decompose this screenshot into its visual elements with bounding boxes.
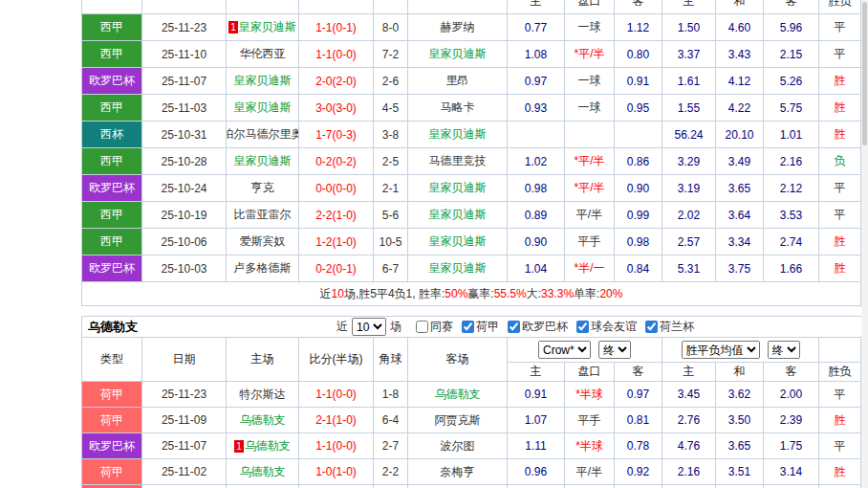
euro-away-odds: 3.14 xyxy=(764,459,819,485)
away-team-cell[interactable]: 皇家贝迪斯 xyxy=(408,175,508,202)
home-team-cell[interactable]: 皇家贝迪斯 xyxy=(227,148,299,175)
away-team-name: 阿贾克斯 xyxy=(435,412,481,429)
filter-option[interactable]: 球会友谊 xyxy=(576,319,637,335)
corner-cell: 6-4 xyxy=(374,408,408,433)
summary-segment: 55.5% xyxy=(494,287,527,300)
league-label: 欧罗巴杯 xyxy=(89,73,135,89)
score-cell[interactable]: 1-1(0-0) xyxy=(299,433,374,459)
filter-option[interactable]: 荷兰杯 xyxy=(645,319,694,335)
euro-home-odds: 5.31 xyxy=(662,255,716,282)
score-cell[interactable]: 0-2(0-2) xyxy=(299,148,374,175)
asia-home-odds: 1.07 xyxy=(508,408,565,433)
filter-option[interactable]: 荷甲 xyxy=(462,319,499,335)
asia-away-odds: 0.86 xyxy=(615,148,662,175)
home-team-name: 乌德勒支 xyxy=(240,412,286,429)
home-team-cell[interactable]: 皇家贝迪斯 xyxy=(227,95,299,122)
away-team-cell[interactable]: 波尔图 xyxy=(408,433,508,459)
col-header-euro-home: 主 xyxy=(662,0,716,14)
score-cell[interactable]: 1-7(0-3) xyxy=(299,122,374,148)
away-team-name: 马略卡 xyxy=(441,100,475,116)
home-team-cell[interactable]: 乌德勒支 xyxy=(227,459,299,485)
home-team-cell[interactable]: 1乌德勒支 xyxy=(227,433,299,459)
euro-home-odds: 56.24 xyxy=(662,122,716,148)
score-cell[interactable]: 1-1(0-0) xyxy=(299,382,374,408)
league-badge: 西甲 xyxy=(81,202,142,229)
euro-draw-odds: 3.75 xyxy=(716,255,764,282)
home-team-name: 特尔斯达 xyxy=(240,387,286,403)
odds-company-select[interactable]: Crow* xyxy=(538,341,591,359)
league-badge: 欧罗巴杯 xyxy=(81,433,142,459)
home-team-cell[interactable]: 帕尔马德尔里奥 xyxy=(227,122,299,148)
away-team-cell[interactable]: 皇家贝迪斯 xyxy=(408,41,508,68)
away-team-cell[interactable]: 皇家贝迪斯 xyxy=(408,202,508,229)
home-team-cell[interactable]: 特尔斯达 xyxy=(227,382,299,408)
home-team-cell[interactable]: 卢多格德斯 xyxy=(227,255,299,282)
away-team-cell[interactable]: 马略卡 xyxy=(408,95,508,122)
away-team-cell[interactable]: 赫罗纳 xyxy=(408,14,508,41)
score-cell[interactable]: 1-2(1-0) xyxy=(299,229,374,255)
score-cell[interactable]: 3-0(3-0) xyxy=(299,95,374,122)
score-cell[interactable]: 0-0(0-0) xyxy=(299,175,374,202)
col-header-corner xyxy=(374,0,408,14)
filter-option[interactable]: 欧罗巴杯 xyxy=(508,319,568,335)
euro-time-select[interactable]: 终 xyxy=(768,341,800,359)
filter-checkbox[interactable] xyxy=(576,321,589,333)
score-cell[interactable]: 2-2(1-0) xyxy=(299,202,374,229)
away-team-cell[interactable]: 皇家贝迪斯 xyxy=(408,122,508,148)
away-team-cell[interactable]: 皇家贝迪斯 xyxy=(408,255,508,282)
result-cell: 平 xyxy=(819,433,861,459)
asia-time-select[interactable]: 终 xyxy=(598,341,631,359)
result-cell: 平 xyxy=(819,41,861,68)
home-team-cell[interactable]: 乌德勒支 xyxy=(227,408,299,433)
away-team-cell[interactable]: 马德里竞技 xyxy=(408,148,508,175)
filter-label: 同赛 xyxy=(430,319,453,335)
corner-cell: 7-2 xyxy=(374,41,408,68)
match-row: 荷甲 25-11-23 特尔斯达 1-1(0-0) 1-8 乌德勒支 0.91 … xyxy=(81,382,862,408)
euro-draw-odds: 3.65 xyxy=(716,433,764,459)
home-team-cell[interactable]: 1皇家贝迪斯 xyxy=(227,14,299,41)
score-cell[interactable]: 2-0(2-0) xyxy=(299,68,374,95)
away-team-cell[interactable]: 里昂 xyxy=(408,68,508,95)
score-cell[interactable]: 1-0(1-0) xyxy=(299,459,374,485)
scrollbar-thumb[interactable] xyxy=(862,2,867,145)
score-cell[interactable]: 0-2(0-1) xyxy=(299,255,374,282)
match-date: 25-11-07 xyxy=(142,433,227,459)
match-count-select[interactable]: 10 xyxy=(352,318,386,336)
corner-cell: 2-5 xyxy=(374,148,408,175)
euro-home-odds: 2.76 xyxy=(662,408,716,433)
euro-home-odds: 1.50 xyxy=(662,14,716,41)
euro-mode-select[interactable]: 胜平负均值 xyxy=(682,341,760,359)
score-cell[interactable]: 1-1(0-0) xyxy=(299,41,374,68)
corner-cell: 2-2 xyxy=(374,459,408,485)
euro-draw-odds: 4.22 xyxy=(716,95,764,122)
away-team-cell[interactable]: 皇家贝迪斯 xyxy=(408,229,508,255)
away-team-cell[interactable]: 乌德勒支 xyxy=(408,382,508,408)
filter-checkbox[interactable] xyxy=(645,321,658,333)
home-team-cell[interactable]: 比雷亚雷尔 xyxy=(227,202,299,229)
filter-option[interactable]: 同赛 xyxy=(416,319,453,335)
euro-away-odds: 1.66 xyxy=(764,255,819,282)
away-team-cell[interactable]: 奈梅亨 xyxy=(408,459,508,485)
away-team-name: 皇家贝迪斯 xyxy=(429,260,487,277)
league-label: 荷甲 xyxy=(100,387,123,403)
asia-away-odds: 0.91 xyxy=(615,68,662,95)
away-team-cell[interactable]: 阿贾克斯 xyxy=(408,408,508,433)
euro-away-odds: 5.75 xyxy=(764,95,819,122)
home-team-cell[interactable]: 皇家贝迪斯 xyxy=(227,68,299,95)
home-team-cell[interactable]: 华伦西亚 xyxy=(227,41,299,68)
home-team-cell[interactable]: 亨克 xyxy=(227,175,299,202)
filter-checkbox[interactable] xyxy=(462,321,474,333)
home-team-cell[interactable]: 爱斯宾奴 xyxy=(227,229,299,255)
asia-away-odds: 0.84 xyxy=(615,255,662,282)
filter-checkbox[interactable] xyxy=(416,321,428,333)
score-cell[interactable]: 1-1(0-1) xyxy=(299,14,374,41)
home-team-name: 卢多格德斯 xyxy=(234,260,292,277)
match-row: 西甲 25-10-28 皇家贝迪斯 0-2(0-2) 2-5 马德里竞技 1.0… xyxy=(81,148,861,175)
match-date: 25-11-09 xyxy=(142,408,227,433)
score-cell[interactable]: 2-1(1-0) xyxy=(299,408,374,433)
match-row: 欧罗巴杯 25-11-07 皇家贝迪斯 2-0(2-0) 2-6 里昂 0.97… xyxy=(81,68,861,95)
filter-checkbox[interactable] xyxy=(508,321,520,333)
euro-odds-controls: 胜平负均值 终 xyxy=(662,338,819,363)
vertical-scrollbar[interactable] xyxy=(861,0,868,488)
league-badge: 西甲 xyxy=(81,229,142,255)
